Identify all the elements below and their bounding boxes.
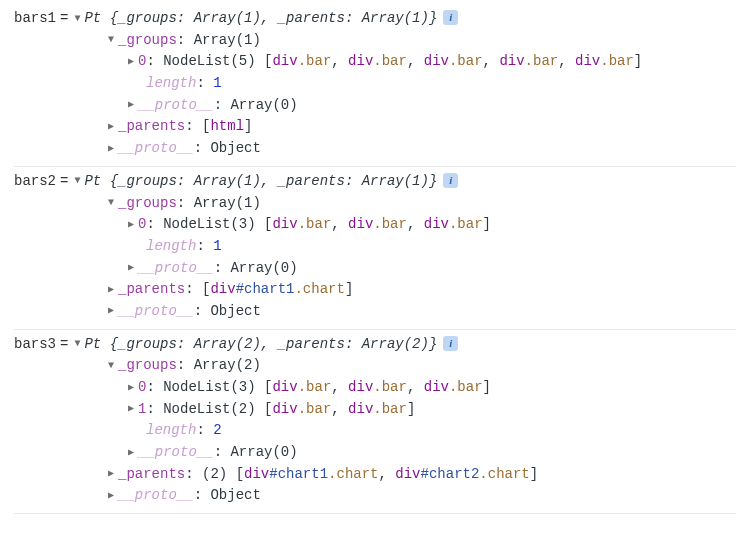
property-key: _groups <box>118 32 177 48</box>
nodelist-head: NodeList(3) <box>163 379 255 395</box>
nodelist-members: [div.bar, div.bar, div.bar] <box>264 216 491 232</box>
proto-object-row[interactable]: ▶__proto__: Object <box>14 301 736 323</box>
expand-arrow-icon[interactable]: ▶ <box>126 97 136 113</box>
console-entry: bars2=▼Pt {_groups: Array(1), _parents: … <box>14 167 736 330</box>
property-key: _groups <box>118 357 177 373</box>
object-summary-row[interactable]: bars3=▼Pt {_groups: Array(2), _parents: … <box>14 334 736 356</box>
nodelist-head: NodeList(5) <box>163 53 255 69</box>
property-key: _groups <box>118 195 177 211</box>
property-key: length <box>146 422 196 438</box>
length-value: 2 <box>213 422 221 438</box>
expand-arrow-icon[interactable]: ▼ <box>106 195 116 211</box>
parents-row[interactable]: ▶_parents: [html] <box>14 116 736 138</box>
proto-array-row[interactable]: ▶__proto__: Array(0) <box>14 442 736 464</box>
expand-arrow-icon[interactable]: ▶ <box>106 119 116 135</box>
proto-array-row[interactable]: ▶__proto__: Array(0) <box>14 258 736 280</box>
expand-arrow-icon[interactable]: ▼ <box>72 173 82 189</box>
variable-name: bars2 <box>14 173 56 189</box>
expand-arrow-icon[interactable]: ▶ <box>106 141 116 157</box>
expand-arrow-icon[interactable]: ▶ <box>126 217 136 233</box>
expand-arrow-icon[interactable]: ▶ <box>106 303 116 319</box>
nodelist-head: NodeList(2) <box>163 401 255 417</box>
groups-row[interactable]: ▼_groups: Array(1) <box>14 30 736 52</box>
console-entry: bars1=▼Pt {_groups: Array(1), _parents: … <box>14 8 736 167</box>
nodelist-members: [div.bar, div.bar] <box>264 401 415 417</box>
equals-sign: = <box>56 10 72 26</box>
property-value: Array(2) <box>194 357 261 373</box>
expand-arrow-icon[interactable]: ▶ <box>126 380 136 396</box>
expand-arrow-icon[interactable]: ▶ <box>126 401 136 417</box>
property-value: Object <box>210 140 260 156</box>
expand-arrow-icon[interactable]: ▶ <box>126 54 136 70</box>
property-key: __proto__ <box>118 140 194 156</box>
property-key: length <box>146 238 196 254</box>
equals-sign: = <box>56 173 72 189</box>
expand-arrow-icon[interactable]: ▶ <box>106 466 116 482</box>
property-value: Array(0) <box>230 260 297 276</box>
object-summary: {_groups: Array(1), _parents: Array(1)} <box>110 10 438 26</box>
length-row: length: 1 <box>14 73 736 95</box>
parents-row[interactable]: ▶_parents: [div#chart1.chart] <box>14 279 736 301</box>
property-value: Array(1) <box>194 32 261 48</box>
property-key: __proto__ <box>138 444 214 460</box>
groups-row[interactable]: ▼_groups: Array(1) <box>14 193 736 215</box>
constructor-name: Pt <box>84 336 101 352</box>
nodelist-head: NodeList(3) <box>163 216 255 232</box>
expand-arrow-icon[interactable]: ▼ <box>106 32 116 48</box>
object-summary: {_groups: Array(2), _parents: Array(2)} <box>110 336 438 352</box>
property-key: __proto__ <box>118 487 194 503</box>
parents-value: [div#chart1.chart] <box>202 281 353 297</box>
expand-arrow-icon[interactable]: ▶ <box>126 260 136 276</box>
property-key: __proto__ <box>118 303 194 319</box>
nodelist-row[interactable]: ▶1: NodeList(2) [div.bar, div.bar] <box>14 399 736 421</box>
parents-value: [html] <box>202 118 252 134</box>
expand-arrow-icon[interactable]: ▶ <box>126 445 136 461</box>
object-summary-row[interactable]: bars2=▼Pt {_groups: Array(1), _parents: … <box>14 171 736 193</box>
expand-arrow-icon[interactable]: ▼ <box>72 11 82 27</box>
console-entry: bars3=▼Pt {_groups: Array(2), _parents: … <box>14 330 736 515</box>
parents-value: (2) [div#chart1.chart, div#chart2.chart] <box>202 466 538 482</box>
info-icon[interactable]: i <box>443 336 458 351</box>
proto-object-row[interactable]: ▶__proto__: Object <box>14 138 736 160</box>
groups-row[interactable]: ▼_groups: Array(2) <box>14 355 736 377</box>
console-output: bars1=▼Pt {_groups: Array(1), _parents: … <box>14 8 736 514</box>
variable-name: bars1 <box>14 10 56 26</box>
info-icon[interactable]: i <box>443 10 458 25</box>
variable-name: bars3 <box>14 336 56 352</box>
nodelist-members: [div.bar, div.bar, div.bar] <box>264 379 491 395</box>
property-key: _parents <box>118 466 185 482</box>
property-value: Array(0) <box>230 444 297 460</box>
expand-arrow-icon[interactable]: ▼ <box>72 336 82 352</box>
object-summary-row[interactable]: bars1=▼Pt {_groups: Array(1), _parents: … <box>14 8 736 30</box>
property-value: Object <box>210 487 260 503</box>
length-row: length: 2 <box>14 420 736 442</box>
info-icon[interactable]: i <box>443 173 458 188</box>
proto-object-row[interactable]: ▶__proto__: Object <box>14 485 736 507</box>
property-key: length <box>146 75 196 91</box>
property-value: Object <box>210 303 260 319</box>
equals-sign: = <box>56 336 72 352</box>
expand-arrow-icon[interactable]: ▼ <box>106 358 116 374</box>
nodelist-row[interactable]: ▶0: NodeList(5) [div.bar, div.bar, div.b… <box>14 51 736 73</box>
property-value: Array(0) <box>230 97 297 113</box>
property-key: _parents <box>118 281 185 297</box>
length-row: length: 1 <box>14 236 736 258</box>
length-value: 1 <box>213 75 221 91</box>
constructor-name: Pt <box>84 173 101 189</box>
proto-array-row[interactable]: ▶__proto__: Array(0) <box>14 95 736 117</box>
property-key: _parents <box>118 118 185 134</box>
nodelist-row[interactable]: ▶0: NodeList(3) [div.bar, div.bar, div.b… <box>14 214 736 236</box>
constructor-name: Pt <box>84 10 101 26</box>
nodelist-row[interactable]: ▶0: NodeList(3) [div.bar, div.bar, div.b… <box>14 377 736 399</box>
nodelist-members: [div.bar, div.bar, div.bar, div.bar, div… <box>264 53 642 69</box>
object-summary: {_groups: Array(1), _parents: Array(1)} <box>110 173 438 189</box>
property-value: Array(1) <box>194 195 261 211</box>
parents-row[interactable]: ▶_parents: (2) [div#chart1.chart, div#ch… <box>14 464 736 486</box>
length-value: 1 <box>213 238 221 254</box>
property-key: __proto__ <box>138 260 214 276</box>
expand-arrow-icon[interactable]: ▶ <box>106 282 116 298</box>
expand-arrow-icon[interactable]: ▶ <box>106 488 116 504</box>
property-key: __proto__ <box>138 97 214 113</box>
